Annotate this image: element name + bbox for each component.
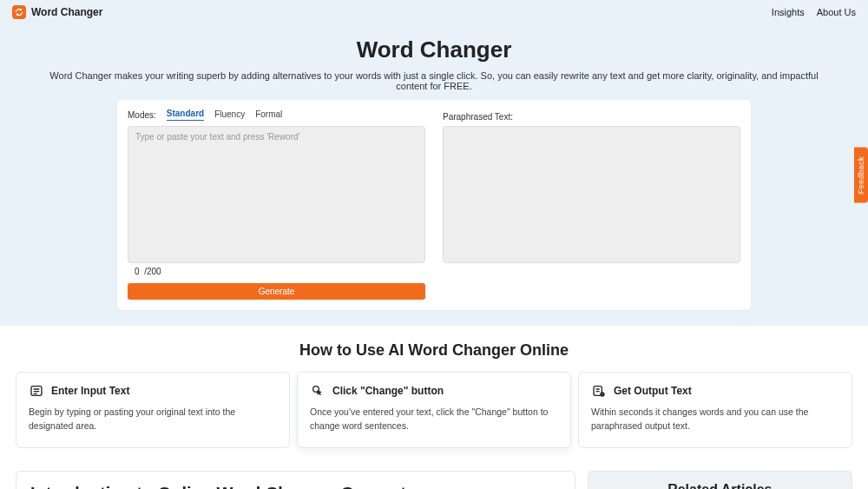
tool-panel: Modes: Standard Fluency Formal 0 /200 Ge… — [117, 100, 751, 310]
howto-card-output: Get Output Text Within seconds it change… — [578, 372, 852, 448]
page-subtitle: Word Changer makes your writing superb b… — [43, 70, 825, 91]
card-title: Enter Input Text — [51, 385, 129, 397]
brand-name: Word Changer — [31, 6, 102, 18]
char-count: 0 — [135, 267, 140, 276]
below-row: Introduction to Online Word Changer Gene… — [0, 455, 868, 490]
mode-tab-standard[interactable]: Standard — [167, 109, 204, 121]
nav-links: Insights About Us — [772, 7, 856, 17]
nav-about[interactable]: About Us — [817, 7, 856, 17]
card-title: Get Output Text — [614, 385, 692, 397]
card-desc: Once you've entered your text, click the… — [310, 406, 558, 433]
mode-tab-fluency[interactable]: Fluency — [214, 109, 245, 121]
top-bar: Word Changer Insights About Us — [0, 0, 868, 24]
input-text-icon — [29, 383, 44, 399]
page-title: Word Changer — [0, 36, 868, 63]
card-desc: Within seconds it changes words and you … — [591, 406, 839, 433]
related-section: Related Articles — [588, 471, 852, 490]
modes-label: Modes: — [128, 110, 156, 120]
char-limit: 200 — [147, 267, 161, 276]
card-desc: Begin by typing or pasting your original… — [29, 406, 277, 433]
brand-logo-icon — [12, 5, 26, 19]
output-column: Paraphrased Text: — [443, 126, 740, 300]
output-box — [443, 126, 740, 263]
article-section: Introduction to Online Word Changer Gene… — [16, 471, 575, 490]
modes-row: Modes: Standard Fluency Formal — [128, 109, 740, 121]
article-heading: Introduction to Online Word Changer Gene… — [30, 484, 561, 490]
card-title: Click "Change" button — [332, 385, 444, 397]
howto-card-change: Click "Change" button Once you've entere… — [297, 372, 571, 448]
cursor-click-icon — [310, 383, 326, 399]
howto-section: How to Use AI Word Changer Online Enter … — [0, 326, 868, 455]
input-column: 0 /200 Generate — [128, 126, 425, 300]
char-counter: 0 /200 — [128, 267, 425, 276]
nav-insights[interactable]: Insights — [772, 7, 805, 17]
howto-heading: How to Use AI Word Changer Online — [0, 341, 868, 360]
hero-section: Word Changer Word Changer makes your wri… — [0, 24, 868, 326]
related-heading: Related Articles — [588, 471, 852, 490]
generate-button[interactable]: Generate — [128, 283, 425, 300]
howto-card-input: Enter Input Text Begin by typing or past… — [16, 372, 290, 448]
feedback-tab[interactable]: Feedback — [854, 148, 868, 203]
input-textarea[interactable] — [128, 126, 425, 263]
mode-tab-formal[interactable]: Formal — [255, 109, 282, 121]
output-text-icon — [591, 383, 607, 399]
brand[interactable]: Word Changer — [12, 5, 102, 19]
